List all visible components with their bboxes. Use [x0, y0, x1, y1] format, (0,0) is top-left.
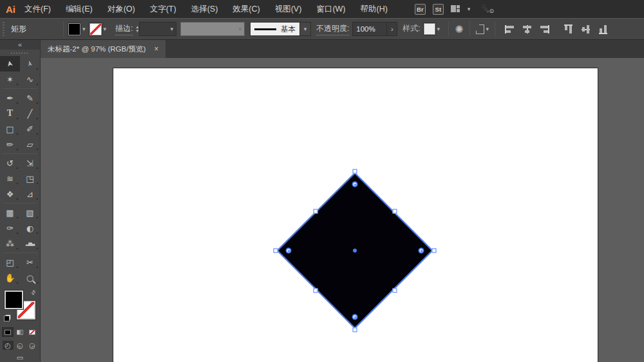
menu-select[interactable]: 选择(S) — [191, 4, 218, 15]
tool-blend[interactable]: ◐ — [20, 220, 40, 236]
tool-shaper[interactable]: ✏ — [0, 137, 20, 152]
style-chevron-icon[interactable]: ▾ — [437, 26, 440, 32]
screen-mode-button[interactable]: ▭ — [0, 354, 40, 362]
handle-bottom-right[interactable] — [393, 289, 397, 293]
corner-widget-top[interactable] — [352, 182, 358, 187]
gpu-performance-icon[interactable]: ☄ ⊙ — [481, 4, 489, 14]
corner-widget-bottom[interactable] — [352, 314, 358, 320]
styles-button[interactable]: St — [433, 4, 444, 15]
stroke-weight-label[interactable]: 描边: — [115, 23, 133, 35]
handle-top-right[interactable] — [393, 209, 397, 214]
canvas[interactable] — [41, 58, 644, 362]
tool-direct-selection[interactable]: ➢ — [20, 56, 40, 71]
stroke-color-control[interactable]: ▾ — [90, 23, 107, 35]
menu-object[interactable]: 对象(O) — [108, 4, 135, 15]
align-left-icon[interactable] — [505, 25, 515, 33]
document-setup-control[interactable]: ▾ — [476, 24, 489, 34]
bridge-button[interactable]: Br — [415, 4, 426, 15]
tool-lasso[interactable]: ∿ — [20, 71, 40, 87]
stroke-chevron-icon[interactable]: ▾ — [104, 26, 107, 32]
recolor-artwork-icon[interactable]: ✺ — [455, 23, 463, 35]
tool-shape-builder[interactable]: ❖ — [0, 186, 20, 202]
panel-collapse-button[interactable]: « — [0, 40, 40, 50]
draw-normal-button[interactable]: ◴ — [3, 341, 14, 350]
opacity-label[interactable]: 不透明度: — [316, 23, 349, 35]
menu-type[interactable]: 文字(T) — [150, 4, 176, 15]
tool-hand[interactable]: ✋ — [0, 270, 20, 285]
fill-color-control[interactable]: ▾ — [68, 23, 86, 35]
panel-drag-grip[interactable] — [11, 52, 29, 54]
tool-eyedropper[interactable]: ✑ — [0, 220, 20, 236]
align-right-icon[interactable] — [540, 25, 549, 33]
tool-free-transform[interactable]: ◳ — [20, 171, 40, 186]
tool-symbol-sprayer[interactable]: ⁂ — [0, 236, 20, 251]
tool-mesh[interactable]: ▦ — [0, 205, 20, 220]
tool-curvature[interactable]: ✎ — [20, 90, 40, 106]
tool-selection[interactable]: ➤ — [0, 56, 20, 71]
tool-group-divider — [3, 252, 37, 253]
handle-bottom-left[interactable] — [314, 289, 318, 293]
handle-bottom[interactable] — [353, 328, 357, 332]
handle-top[interactable] — [353, 169, 357, 174]
brush-dropdown-button[interactable]: ▾ — [300, 22, 311, 36]
tool-rectangle[interactable]: □ — [0, 121, 20, 137]
panel-grip[interactable] — [1, 22, 6, 36]
tool-artboard[interactable]: ◰ — [0, 254, 20, 270]
corner-widget-left[interactable] — [286, 248, 292, 254]
handle-left[interactable] — [274, 249, 278, 253]
style-control[interactable]: ▾ — [424, 23, 440, 35]
tab-close-icon[interactable]: × — [154, 44, 158, 53]
menu-window[interactable]: 窗口(W) — [316, 4, 345, 15]
align-bottom-icon[interactable] — [599, 24, 607, 34]
tool-width[interactable]: ≋ — [0, 171, 20, 186]
color-button[interactable] — [3, 328, 13, 336]
tool-line-segment[interactable]: ╱ — [20, 106, 40, 121]
tool-eraser[interactable]: ▱ — [20, 137, 40, 152]
tool-slice[interactable]: ✂ — [20, 254, 40, 270]
align-top-icon[interactable] — [564, 24, 573, 34]
tool-scale[interactable]: ⇲ — [20, 155, 40, 171]
fill-chevron-icon[interactable]: ▾ — [82, 26, 86, 32]
stroke-weight-field[interactable]: ▾ — [139, 22, 176, 36]
center-point[interactable] — [353, 249, 357, 252]
align-v-center-icon[interactable] — [582, 24, 590, 34]
document-tab[interactable]: 未标题-2* @ 97% (RGB/预览) × — [41, 40, 166, 58]
draw-inside-button[interactable]: ◶ — [27, 341, 38, 350]
menu-help[interactable]: 帮助(H) — [361, 4, 388, 15]
tool-rotate[interactable]: ↺ — [0, 155, 20, 171]
tool-gradient[interactable]: ▧ — [20, 205, 40, 220]
align-h-center-icon[interactable] — [522, 25, 532, 33]
stroke-weight-chevron-icon[interactable]: ▾ — [170, 26, 173, 32]
fill-indicator-swatch[interactable] — [5, 291, 23, 309]
none-button[interactable] — [27, 328, 37, 336]
stroke-weight-stepper[interactable]: ▴ ▾ — [136, 25, 138, 33]
illustrator-window: Ai 文件(F) 编辑(E) 对象(O) 文字(T) 选择(S) 效果(C) 视… — [0, 0, 644, 362]
draw-behind-button[interactable]: ◵ — [15, 341, 26, 350]
opacity-spinner-button[interactable]: › — [387, 22, 397, 36]
brush-definition-control[interactable]: 基本 — [250, 22, 300, 36]
tool-type[interactable]: T — [0, 106, 20, 121]
handle-right[interactable] — [432, 249, 437, 253]
tool-pen[interactable]: ✒ — [0, 90, 20, 106]
menu-view[interactable]: 视图(V) — [275, 4, 302, 15]
workspace-icon[interactable] — [451, 5, 460, 13]
corner-widget-right[interactable] — [419, 248, 424, 254]
tool-magic-wand[interactable]: ✶ — [0, 71, 20, 87]
stroke-none-swatch[interactable] — [90, 23, 102, 35]
tool-perspective-grid[interactable]: ⊿ — [20, 186, 40, 202]
menu-effect[interactable]: 效果(C) — [232, 4, 260, 15]
menu-file[interactable]: 文件(F) — [24, 4, 51, 15]
default-fill-stroke-icon[interactable] — [4, 314, 11, 321]
menu-edit[interactable]: 编辑(E) — [66, 4, 93, 15]
fill-swatch[interactable] — [68, 23, 80, 35]
style-swatch[interactable] — [424, 23, 435, 35]
gradient-button[interactable] — [15, 328, 25, 336]
tool-zoom[interactable]: ○ — [20, 270, 40, 285]
workspace-chevron-icon[interactable]: ▾ — [468, 6, 471, 12]
handle-top-left[interactable] — [314, 209, 318, 214]
tool-paintbrush[interactable]: ✐ — [20, 121, 40, 137]
stepper-down-icon[interactable]: ▾ — [136, 29, 138, 33]
opacity-field[interactable]: 100% — [352, 22, 387, 36]
tool-column-graph[interactable]: ▂▅▃ — [20, 236, 40, 251]
swap-fill-stroke-icon[interactable]: ⇄ — [30, 289, 37, 296]
